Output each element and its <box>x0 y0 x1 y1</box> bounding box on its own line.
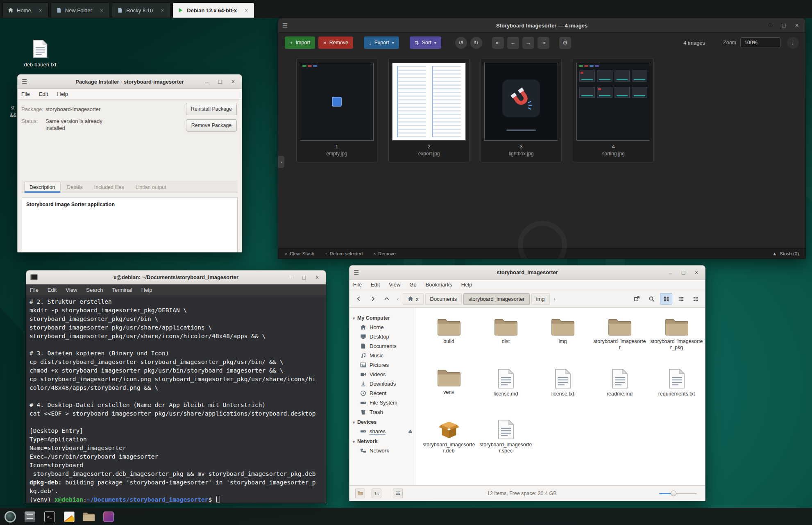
taskbar-text-editor-button[interactable] <box>63 510 76 523</box>
file-item-license-txt[interactable]: license.txt <box>534 367 591 418</box>
desktop-icon-deb-bauen[interactable]: deb bauen.txt <box>17 39 63 68</box>
menu-help[interactable]: Help <box>138 286 156 294</box>
section-devices[interactable]: ▾ Devices <box>353 419 413 425</box>
sidebar-item-downloads[interactable]: Downloads <box>353 379 413 389</box>
minimize-button[interactable]: – <box>202 77 211 86</box>
vm-tab-rocky[interactable]: Rocky 8.10 × <box>112 2 170 18</box>
forward-button[interactable] <box>367 293 379 305</box>
thumbnail-card-sorting[interactable]: 4 sorting.jpg <box>573 59 654 162</box>
menu-edit[interactable]: Edit <box>367 280 383 289</box>
sidebar-item-trash[interactable]: Trash <box>353 407 413 417</box>
menu-bookmarks[interactable]: Bookmarks <box>422 280 456 289</box>
minimize-button[interactable]: – <box>766 21 775 30</box>
close-button[interactable]: × <box>692 268 701 277</box>
menu-terminal[interactable]: Terminal <box>109 286 136 294</box>
sidebar-item-network[interactable]: Network <box>353 446 413 455</box>
menu-edit[interactable]: Edit <box>44 286 60 294</box>
close-button[interactable]: × <box>313 273 322 282</box>
taskbar-folder-button[interactable] <box>82 510 95 523</box>
tab-included-files[interactable]: Included files <box>89 182 129 193</box>
up-button[interactable] <box>381 293 393 305</box>
close-button[interactable]: × <box>792 21 801 30</box>
menu-icon[interactable]: ☰ <box>354 269 363 276</box>
move-last-button[interactable]: ⇥ <box>538 37 549 49</box>
menu-view[interactable]: View <box>62 286 81 294</box>
sidebar-item-home[interactable]: Home <box>353 323 413 332</box>
menu-view[interactable]: View <box>385 280 404 289</box>
move-first-button[interactable]: ⇤ <box>492 37 504 49</box>
thumbnail-card-export[interactable]: 2 export.jpg <box>388 59 470 162</box>
taskbar-package-manager-button[interactable] <box>102 510 115 523</box>
statusbar-folder-button[interactable] <box>355 489 365 498</box>
menu-search[interactable]: Search <box>82 286 107 294</box>
sidebar-item-documents[interactable]: Documents <box>353 341 413 351</box>
file-item-dist[interactable]: dist <box>477 316 534 367</box>
file-item-readme-md[interactable]: readme.md <box>591 367 648 418</box>
menu-icon[interactable]: ☰ <box>282 22 292 29</box>
vm-tab-new-folder[interactable]: New Folder × <box>51 2 110 18</box>
compact-view-button[interactable] <box>690 293 702 305</box>
close-icon[interactable]: × <box>38 7 43 14</box>
section-network[interactable]: ▾ Network <box>353 439 413 444</box>
file-item-storyboard-imagesorter-deb[interactable]: storyboard_imagesorter.deb <box>420 418 477 468</box>
sidebar-item-recent[interactable]: Recent <box>353 389 413 398</box>
crumb-img[interactable]: img <box>531 293 550 305</box>
menu-edit[interactable]: Edit <box>35 90 52 98</box>
list-view-button[interactable] <box>675 293 687 305</box>
file-item-build[interactable]: build <box>420 316 477 367</box>
crumb-documents[interactable]: Documents <box>425 293 462 305</box>
file-item-storyboard-imagesorter-pkg[interactable]: storyboard_imagesorter_pkg <box>648 316 705 367</box>
zoom-slider[interactable] <box>659 490 697 497</box>
file-item-license-md[interactable]: license.md <box>477 367 534 418</box>
terminal-screen[interactable]: # 2. Struktur erstellen mkdir -p storybo… <box>26 296 326 503</box>
remove-package-button[interactable]: Remove Package <box>186 119 237 132</box>
menu-icon[interactable]: ☰ <box>22 78 32 85</box>
minimize-button[interactable]: – <box>666 268 675 277</box>
stash-remove-button[interactable]: × Remove <box>373 251 396 256</box>
overflow-menu-button[interactable]: ⋮ <box>787 37 799 49</box>
crumb-scroll-left[interactable]: ‹ <box>395 293 401 305</box>
taskbar-file-manager-button[interactable] <box>23 510 36 523</box>
clear-stash-button[interactable]: × Clear Stash <box>285 251 314 256</box>
crumb-home[interactable]: x <box>403 293 424 305</box>
tab-details[interactable]: Details <box>62 182 88 193</box>
panel-expander[interactable]: › <box>278 156 284 168</box>
new-window-button[interactable] <box>631 293 643 305</box>
app-menu-button[interactable] <box>4 510 17 523</box>
icon-view-button[interactable] <box>660 293 672 305</box>
section-my-computer[interactable]: ▾ My Computer <box>353 315 413 321</box>
thumbnail-card-empty[interactable]: 1 empty.jpg <box>296 59 377 162</box>
sort-button[interactable]: ⇅ Sort ▾ <box>410 36 441 49</box>
return-selected-button[interactable]: ↑ Return selected <box>325 251 363 256</box>
sidebar-item-videos[interactable]: Videos <box>353 370 413 379</box>
vm-tab-home[interactable]: Home × <box>2 2 49 18</box>
maximize-button[interactable]: □ <box>299 273 308 282</box>
settings-button[interactable]: ⚙ <box>559 37 571 49</box>
file-item-storyboard-imagesorter[interactable]: storyboard_imagesorter <box>591 316 648 367</box>
file-item-requirements-txt[interactable]: requirements.txt <box>648 367 705 418</box>
reinstall-package-button[interactable]: Reinstall Package <box>186 103 237 115</box>
menu-file[interactable]: File <box>26 286 42 294</box>
statusbar-panel-button[interactable] <box>393 489 403 498</box>
eject-icon[interactable] <box>407 428 413 434</box>
redo-button[interactable]: ↻ <box>470 37 482 49</box>
titlebar[interactable]: ☰ Storyboard Imagesorter — 4 images – □ … <box>278 18 805 33</box>
menu-help[interactable]: Help <box>53 90 72 98</box>
maximize-button[interactable]: □ <box>779 21 788 30</box>
close-icon[interactable]: × <box>243 7 249 14</box>
statusbar-mode-button[interactable]: 1c <box>372 489 381 498</box>
menu-go[interactable]: Go <box>406 280 420 289</box>
close-button[interactable]: × <box>229 77 238 86</box>
import-button[interactable]: + Import <box>285 36 315 49</box>
slider-knob[interactable] <box>671 491 676 496</box>
tab-lintian-output[interactable]: Lintian output <box>131 182 171 193</box>
crumb-storyboard-imagesorter[interactable]: storyboard_imagesorter <box>463 293 529 305</box>
sidebar-item-pictures[interactable]: Pictures <box>353 360 413 370</box>
export-button[interactable]: ↓ Export ▾ <box>364 36 399 49</box>
minimize-button[interactable]: – <box>286 273 295 282</box>
close-icon[interactable]: × <box>159 7 165 14</box>
search-button[interactable] <box>645 293 658 305</box>
close-icon[interactable]: × <box>99 7 104 14</box>
titlebar[interactable]: ☰ Package Installer - storyboard-imageso… <box>18 75 242 89</box>
remove-button[interactable]: × Remove <box>318 36 353 49</box>
